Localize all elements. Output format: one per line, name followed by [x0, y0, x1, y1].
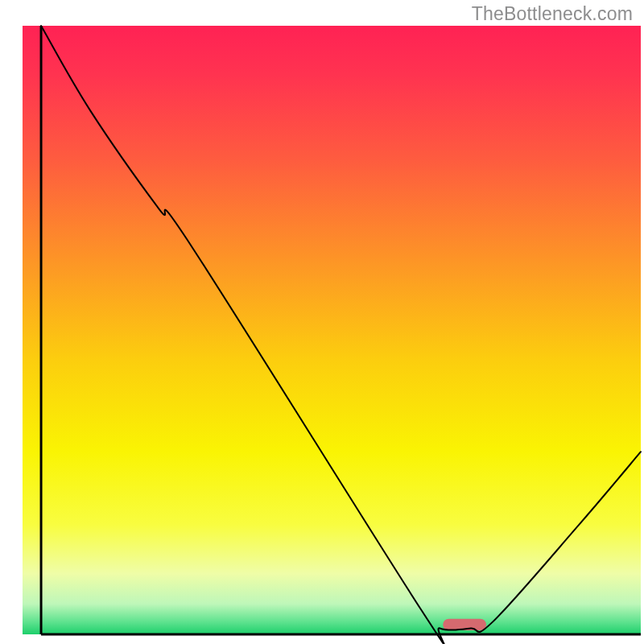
watermark-text: TheBottleneck.com [472, 3, 633, 25]
chart-canvas [0, 0, 644, 644]
bottleneck-chart: TheBottleneck.com [0, 0, 644, 644]
plot-area [23, 26, 641, 644]
gradient-background [23, 26, 641, 634]
